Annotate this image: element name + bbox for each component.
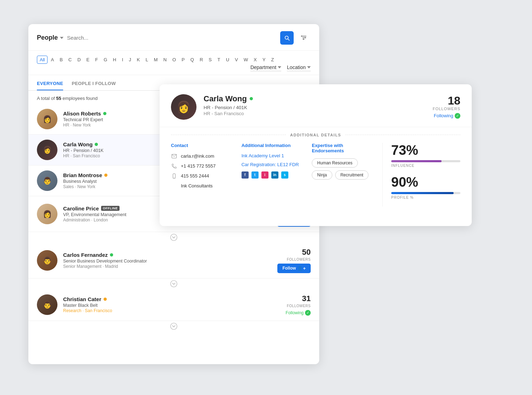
search-bar: People [28, 24, 319, 51]
alpha-L[interactable]: L [143, 56, 151, 64]
detail-avatar: 👩 [171, 94, 196, 120]
person-name-christian: Christian Cater [63, 296, 286, 302]
contact-company: Ink Consultants [171, 183, 233, 189]
alpha-T[interactable]: T [215, 56, 223, 64]
alpha-D[interactable]: D [75, 56, 83, 64]
alpha-E[interactable]: E [84, 56, 92, 64]
alpha-M[interactable]: M [151, 56, 160, 64]
alpha-A[interactable]: A [48, 56, 56, 64]
avatar-carlos: 👨 [37, 250, 57, 271]
filter-button[interactable] [297, 31, 311, 45]
alpha-K[interactable]: K [134, 56, 143, 64]
svg-point-5 [303, 39, 304, 40]
expand-carlos[interactable] [28, 278, 319, 289]
department-chevron-icon [278, 66, 281, 68]
expertise-badges: Human Resources Ninja Recruitment [312, 158, 374, 180]
alpha-V[interactable]: V [232, 56, 240, 64]
following-checkmark-icon: ✓ [455, 113, 460, 119]
alpha-G[interactable]: G [101, 56, 110, 64]
additional-details-label: ADDITIONAL DETAILS [160, 127, 472, 143]
alpha-U[interactable]: U [223, 56, 232, 64]
location-filter[interactable]: Location [287, 64, 311, 71]
expand-christian[interactable] [28, 321, 319, 332]
person-name-carlos: Carlos Fernandez [63, 252, 277, 258]
alpha-I[interactable]: I [120, 56, 126, 64]
twitter-icon[interactable]: t [251, 171, 259, 179]
following-check-icon: ✓ [305, 310, 311, 316]
alpha-W[interactable]: W [241, 56, 250, 64]
location-label: Location [287, 64, 306, 70]
alpha-all[interactable]: All [37, 56, 48, 64]
alpha-B[interactable]: B [57, 56, 65, 64]
contact-email: carla.r@ink.com [171, 153, 233, 159]
contact-section-title: Contact [171, 143, 233, 148]
people-dropdown[interactable]: People [37, 34, 63, 41]
department-filter[interactable]: Department [250, 64, 281, 71]
tab-everyone[interactable]: EVERYONE [37, 77, 63, 90]
followers-count-christian: 31 [302, 294, 311, 303]
person-item-christian[interactable]: 👨 Christian Cater Master Black Belt Rese… [28, 289, 319, 321]
svg-point-3 [301, 35, 302, 36]
alpha-H[interactable]: H [110, 56, 118, 64]
alpha-R[interactable]: R [197, 56, 205, 64]
alpha-C[interactable]: C [66, 56, 74, 64]
person-title-christian: Master Black Belt [63, 303, 286, 308]
detail-name: Carla Wong [204, 94, 253, 103]
alpha-J[interactable]: J [126, 56, 134, 64]
alpha-N[interactable]: N [161, 56, 169, 64]
alpha-P[interactable]: P [179, 56, 187, 64]
alpha-S[interactable]: S [206, 56, 214, 64]
avatar-brian: 👨 [37, 170, 57, 191]
detail-followers-box: 18 FOLLOWERS Following ✓ [433, 94, 460, 119]
email-icon [171, 153, 177, 159]
person-info-christian: Christian Cater Master Black Belt Resear… [63, 296, 286, 313]
phone-icon [171, 163, 177, 169]
detail-following: Following ✓ [433, 113, 460, 119]
detail-panel: 👩 Carla Wong HR - Pension / 401K HR - Sa… [160, 84, 472, 226]
additional-info-title: Additional Information [242, 143, 304, 148]
social-icons: f t i in s [242, 171, 304, 179]
additional-info-section: Additional Information Ink Academy Level… [242, 143, 312, 207]
alpha-X[interactable]: X [251, 56, 259, 64]
alpha-Q[interactable]: Q [188, 56, 196, 64]
filter-icon [300, 34, 307, 41]
company-icon [171, 183, 177, 189]
svg-point-7 [171, 280, 177, 287]
alpha-O[interactable]: O [170, 56, 178, 64]
person-right-christian: 31 FOLLOWERS Following ✓ [286, 294, 311, 316]
avatar-christian: 👨 [37, 294, 57, 315]
detail-role: HR - Pension / 401K [204, 105, 253, 110]
facebook-icon[interactable]: f [242, 171, 249, 179]
person-item-carlos[interactable]: 👨 Carlos Fernandez Senior Business Devel… [28, 243, 319, 278]
detail-name-info: Carla Wong HR - Pension / 401K HR - San … [204, 94, 253, 116]
profile-bar-fill [391, 192, 454, 194]
search-input[interactable] [67, 33, 277, 43]
expertise-section: Expertise with Endorsements Human Resour… [312, 143, 382, 207]
linkedin-icon[interactable]: in [271, 171, 278, 179]
svg-point-4 [305, 37, 306, 38]
expand-caroline[interactable] [28, 232, 319, 243]
filter-group: Department Location [250, 64, 311, 71]
detail-status-icon [250, 97, 253, 100]
influence-bar [391, 160, 460, 162]
following-text-christian: Following ✓ [286, 310, 311, 316]
search-button[interactable] [280, 31, 294, 45]
influence-percent: 73% [391, 143, 460, 158]
person-title-carlos: Senior Business Development Coordinator [63, 259, 277, 264]
search-icon [284, 35, 290, 41]
skype-icon[interactable]: s [281, 171, 288, 179]
tab-people-follow[interactable]: PEOPLE I FOLLOW [72, 77, 116, 90]
badge-human-resources: Human Resources [312, 158, 358, 168]
alpha-nav: All A B C D E F G H I J K L M N O P Q R … [28, 51, 319, 75]
count-number: 55 [56, 96, 61, 101]
svg-point-8 [171, 323, 177, 329]
alpha-Y[interactable]: Y [260, 56, 268, 64]
instagram-icon[interactable]: i [261, 171, 268, 179]
badge-ninja: Ninja [312, 170, 332, 180]
followers-label-carlos: FOLLOWERS [287, 258, 311, 261]
alpha-F[interactable]: F [93, 56, 100, 64]
detail-followers-count: 18 [433, 94, 460, 107]
alpha-Z[interactable]: Z [269, 56, 277, 64]
status-yellow-icon [104, 174, 107, 177]
follow-button-carlos[interactable]: Follow 👤+ [277, 264, 311, 273]
